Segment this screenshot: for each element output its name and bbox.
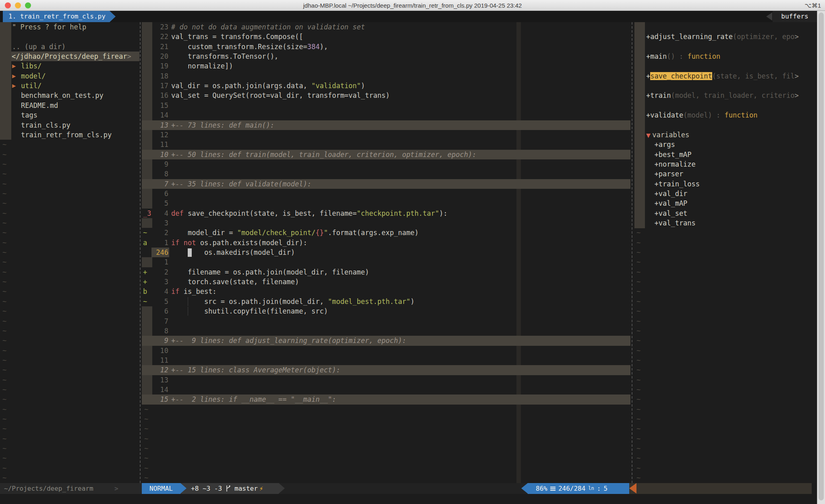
code-line[interactable]: 20 transforms.ToTensor(), xyxy=(142,52,630,61)
code-line[interactable]: 10 xyxy=(142,346,630,355)
code-line[interactable]: 19 normalize]) xyxy=(142,61,630,71)
tree-item[interactable]: README.md xyxy=(0,101,139,110)
code-line[interactable]: 15+-- 2 lines: if __name__ == "__main__"… xyxy=(142,395,630,404)
window-separator-left[interactable] xyxy=(140,22,141,483)
code-line[interactable]: 7+-- 35 lines: def validate(model): xyxy=(142,179,630,189)
tag-item[interactable]: +validate(model) : function xyxy=(634,110,817,120)
code-line[interactable]: 8 xyxy=(142,169,630,179)
tag-item[interactable]: +main() : function xyxy=(634,52,817,61)
code-line[interactable]: 16val_set = QuerySet(root=val_dir, trans… xyxy=(142,91,630,100)
line-number: 3 xyxy=(152,218,168,228)
tag-item[interactable]: ▼ variables xyxy=(634,130,817,140)
tree-item[interactable]: ▶libs/ xyxy=(0,61,139,71)
tree-item[interactable]: benchmark_on_test.py xyxy=(0,91,139,100)
tag-item[interactable]: +val_dir xyxy=(634,189,817,198)
tilde-marker: ~ xyxy=(636,355,641,365)
tree-item[interactable] xyxy=(0,32,139,41)
empty-line-tilde: ~ xyxy=(634,287,817,296)
code-line[interactable]: 11 xyxy=(142,355,630,365)
tag-item[interactable] xyxy=(634,22,817,32)
code-line[interactable]: 1 xyxy=(142,257,630,267)
tree-item[interactable]: " Press ? for help xyxy=(0,22,139,32)
code-line[interactable]: 10+-- 50 lines: def train(model, train_l… xyxy=(142,150,630,159)
code-line[interactable]: +3 torch.save(state, filename) xyxy=(142,277,630,287)
tag-item[interactable]: +val_trans xyxy=(634,218,817,228)
code-text: val_set = QuerySet(root=val_dir, transfo… xyxy=(171,91,390,100)
empty-line-tilde: ~ xyxy=(0,267,139,277)
tag-item[interactable] xyxy=(634,81,817,91)
tag-item[interactable] xyxy=(634,101,817,110)
code-line[interactable]: 6 xyxy=(142,189,630,198)
code-line[interactable]: 22val_trans = transforms.Compose([ xyxy=(142,32,630,41)
tag-item[interactable]: +normalize xyxy=(634,159,817,169)
code-line[interactable]: 12 xyxy=(142,130,630,140)
code-line[interactable]: 9+-- 9 lines: def adjust_learning_rate(o… xyxy=(142,336,630,345)
tree-item[interactable]: ▶model/ xyxy=(0,71,139,81)
tab-current-buffer[interactable]: 1. train_retr_from_cls.py xyxy=(3,11,110,22)
tree-item[interactable]: train_retr_from_cls.py xyxy=(0,130,139,140)
tag-item[interactable] xyxy=(634,120,817,130)
code-line[interactable]: 3 xyxy=(142,218,630,228)
code-line[interactable]: 13+-- 73 lines: def main(): xyxy=(142,120,630,130)
code-line[interactable]: 14 xyxy=(142,385,630,395)
code-line[interactable]: 15 xyxy=(142,101,630,110)
tag-item[interactable]: +best_mAP xyxy=(634,150,817,159)
line-number: 15 xyxy=(152,101,168,110)
main-area: " Press ? for help.. (up a dir)</jdhao/P… xyxy=(0,22,825,483)
code-line[interactable]: 6 shutil.copyfile(filename, src) xyxy=(142,306,630,316)
tag-text: +val_mAP xyxy=(646,198,687,208)
code-line[interactable]: 11 xyxy=(142,140,630,149)
code-line[interactable]: 23# do not do data augmentation on valid… xyxy=(142,22,630,32)
tag-item[interactable] xyxy=(634,42,817,52)
code-line[interactable]: 18 xyxy=(142,71,630,81)
tag-text: +val_dir xyxy=(646,189,687,198)
code-line[interactable]: 9 xyxy=(142,159,630,169)
tag-item[interactable]: +train_loss xyxy=(634,179,817,189)
tag-item[interactable]: +train(model, train_loader, criterio> xyxy=(634,91,817,100)
tag-item[interactable] xyxy=(634,61,817,71)
tree-item[interactable]: ▶util/ xyxy=(0,81,139,91)
scrollbar-track[interactable] xyxy=(817,11,825,504)
tilde-marker: ~ xyxy=(636,453,641,463)
code-line[interactable]: _34def save_checkpoint(state, is_best, f… xyxy=(142,209,630,218)
tag-item[interactable]: +save_checkpoint(state, is_best, fil> xyxy=(634,71,817,81)
line-position: 246/284 xyxy=(558,483,585,494)
code-line[interactable]: 12+-- 15 lines: class AverageMeter(objec… xyxy=(142,365,630,375)
code-line[interactable]: 8 xyxy=(142,326,630,336)
code-line[interactable]: 13 xyxy=(142,375,630,385)
code-line[interactable]: ~5 src = os.path.join(model_dir, "model_… xyxy=(142,297,630,306)
tag-text: +normalize xyxy=(646,159,696,169)
code-line[interactable]: ~2 model_dir = "model/check_point/{}".fo… xyxy=(142,228,630,238)
line-number: 5 xyxy=(152,297,168,306)
empty-line-tilde: ~ xyxy=(634,238,817,248)
scrollbar-thumb[interactable] xyxy=(819,12,824,500)
code-line[interactable]: 5 xyxy=(142,198,630,208)
line-number: 2 xyxy=(152,267,168,277)
current-line-number: 246 xyxy=(151,248,169,257)
tag-item[interactable]: +parser xyxy=(634,169,817,179)
code-editor[interactable]: 23# do not do data augmentation on valid… xyxy=(142,22,630,483)
tree-item[interactable]: .. (up a dir) xyxy=(0,42,139,52)
tree-item[interactable]: tags xyxy=(0,110,139,120)
command-line[interactable] xyxy=(0,494,825,504)
code-line[interactable]: 17val_dir = os.path.join(args.data, "val… xyxy=(142,81,630,91)
branch-name: master xyxy=(234,483,258,494)
buffers-label[interactable]: buffers xyxy=(773,11,817,22)
code-line[interactable]: 21 custom_transform.Resize(size=384), xyxy=(142,42,630,52)
tree-item[interactable]: train_cls.py xyxy=(0,120,139,130)
tag-item[interactable]: +val_mAP xyxy=(634,198,817,208)
code-line[interactable]: 7 xyxy=(142,316,630,326)
code-line[interactable]: 14 xyxy=(142,110,630,120)
tag-item[interactable]: +args xyxy=(634,140,817,149)
tag-item[interactable]: +val_set xyxy=(634,209,817,218)
tilde-marker: ~ xyxy=(2,385,6,395)
code-line[interactable]: +2 filename = os.path.join(model_dir, fi… xyxy=(142,267,630,277)
tag-item[interactable]: +adjust_learning_rate(optimizer, epo> xyxy=(634,32,817,41)
code-line[interactable]: b4if is_best: xyxy=(142,287,630,296)
empty-line-tilde: ~ xyxy=(142,405,630,414)
window-separator-right[interactable] xyxy=(632,22,632,483)
code-line[interactable]: a1if not os.path.exists(model_dir): xyxy=(142,238,630,248)
tree-folder-label: model/ xyxy=(21,71,46,81)
tree-item[interactable]: </jdhao/Projects/deep_firear> xyxy=(0,52,139,61)
code-line[interactable]: 246 os.makedirs(model_dir) xyxy=(142,248,630,257)
